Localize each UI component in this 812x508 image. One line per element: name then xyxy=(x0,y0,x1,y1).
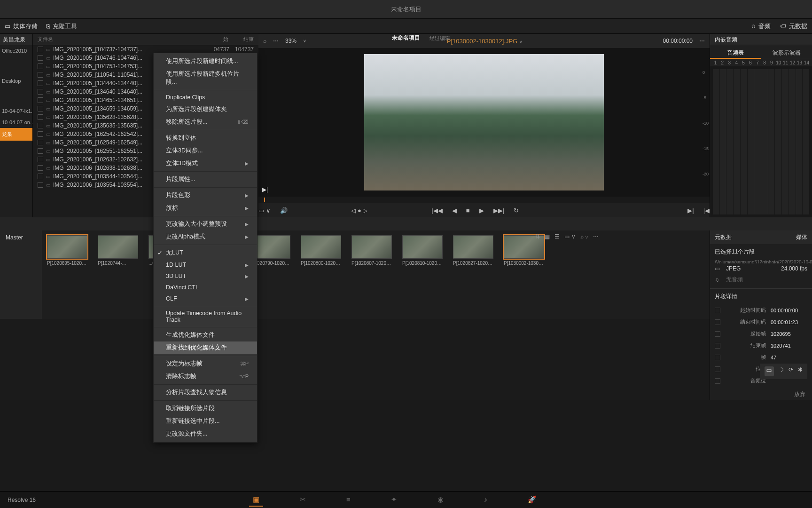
cut-page-tab[interactable]: ✂ xyxy=(296,493,310,507)
frame-mode-icon[interactable]: ▭ ∨ xyxy=(258,207,271,214)
col-filename[interactable]: 文件名 xyxy=(38,36,207,43)
fusion-page-tab[interactable]: ✦ xyxy=(387,493,401,507)
checkbox[interactable] xyxy=(38,89,43,95)
prev-clip-button[interactable]: |◀ xyxy=(703,207,710,214)
volume-icon[interactable]: 🔊 xyxy=(280,207,288,214)
clip-context-menu[interactable]: 使用所选片段新建时间线...使用所选片段新建多机位片段...Duplicate … xyxy=(153,53,258,443)
sidebar-folder[interactable]: 10-04-07-lx1... xyxy=(0,105,32,117)
checkbox[interactable] xyxy=(38,182,43,188)
next-clip-button[interactable]: ▶| xyxy=(687,207,694,214)
checkbox[interactable] xyxy=(38,140,43,145)
playhead[interactable] xyxy=(264,198,265,202)
zoom-out-icon[interactable]: ◁ ● ▷ xyxy=(351,207,367,214)
checkbox[interactable] xyxy=(38,157,43,162)
field-checkbox[interactable] xyxy=(715,355,720,360)
scrub-bar[interactable] xyxy=(258,197,710,203)
stop-button[interactable]: ■ xyxy=(466,207,470,214)
clip-thumbnail[interactable]: P[1020695-10207... xyxy=(47,235,87,266)
clip-thumbnail[interactable]: P[1020807-10208... xyxy=(351,235,392,266)
clip-thumbnail[interactable]: P[1020800-10208... xyxy=(301,235,341,266)
clip-thumbnail[interactable]: P[1020810-10208... xyxy=(402,235,443,266)
fairlight-page-tab[interactable]: ♪ xyxy=(480,493,492,507)
context-menu-item[interactable]: Duplicate Clips xyxy=(154,92,257,103)
field-checkbox[interactable] xyxy=(715,378,720,384)
checkbox[interactable] xyxy=(38,131,43,137)
master-bin-label[interactable]: Master xyxy=(0,230,42,319)
media-page-tab[interactable]: ▣ xyxy=(249,493,263,507)
context-menu-item[interactable]: 立体3D同步... xyxy=(154,144,257,157)
field-value[interactable]: 1020741 xyxy=(771,343,807,349)
context-menu-item[interactable]: 设定为标志帧⌘P xyxy=(154,357,257,370)
field-checkbox[interactable] xyxy=(715,319,720,325)
clone-tool-tab[interactable]: ⎘ 克隆工具 xyxy=(46,22,77,31)
context-menu-item[interactable]: 分析片段查找人物信息 xyxy=(154,386,257,399)
sidebar-folder[interactable]: Office2010 xyxy=(0,45,32,56)
color-page-tab[interactable]: ◉ xyxy=(434,493,447,507)
sidebar-folder[interactable]: Desktop xyxy=(0,75,32,87)
sync-icon[interactable]: ⟳ xyxy=(789,366,793,376)
search-icon[interactable]: ⌕ xyxy=(263,38,266,44)
sort-icon[interactable]: ⇅ xyxy=(535,233,540,240)
context-menu-item[interactable]: 片段属性... xyxy=(154,173,257,186)
checkbox[interactable] xyxy=(38,64,43,69)
field-checkbox[interactable] xyxy=(715,343,720,349)
moon-icon[interactable]: ☽ xyxy=(779,366,784,376)
checkbox[interactable] xyxy=(38,97,43,103)
context-menu-item[interactable]: 为所选片段创建媒体夹 xyxy=(154,103,257,116)
checkbox[interactable] xyxy=(38,123,43,128)
checkbox[interactable] xyxy=(38,114,43,120)
context-menu-item[interactable]: 生成优化媒体文件 xyxy=(154,329,257,341)
tab-audio-meter[interactable]: 音频表 xyxy=(710,45,761,59)
deliver-page-tab[interactable]: 🚀 xyxy=(524,493,540,507)
chevron-down-icon[interactable]: ∨ xyxy=(303,39,306,43)
play-button[interactable]: ▶ xyxy=(479,207,484,214)
context-menu-item[interactable]: ✓无LUT xyxy=(154,246,257,259)
context-menu-item[interactable]: 更改源文件夹... xyxy=(154,428,257,440)
viewer-options-icon[interactable]: ⋯ xyxy=(699,38,705,44)
media-storage-tab[interactable]: ▭ 媒体存储 xyxy=(5,22,38,31)
checkbox[interactable] xyxy=(38,72,43,78)
context-menu-item[interactable]: 取消链接所选片段 xyxy=(154,402,257,415)
options-icon[interactable]: ⋯ xyxy=(273,38,279,44)
context-menu-item[interactable]: 重新找到优化媒体文件 xyxy=(154,341,257,354)
edit-page-tab[interactable]: ≡ xyxy=(343,493,354,507)
context-menu-item[interactable]: 更改Alpha模式▶ xyxy=(154,230,257,243)
list-view-icon[interactable]: ☰ xyxy=(554,233,560,240)
context-menu-item[interactable]: 移除所选片段...⇧⌫ xyxy=(154,116,257,128)
field-checkbox[interactable] xyxy=(715,308,720,313)
context-menu-item[interactable]: 1D LUT▶ xyxy=(154,259,257,270)
field-value[interactable]: 00:00:01:23 xyxy=(771,319,807,325)
checkbox[interactable] xyxy=(38,148,43,154)
checkbox[interactable] xyxy=(38,47,43,52)
metadata-tab[interactable]: 🏷 元数据 xyxy=(780,22,807,31)
checkbox[interactable] xyxy=(38,80,43,86)
context-menu-item[interactable]: 重新链接选中片段... xyxy=(154,415,257,428)
col-start[interactable]: 始 xyxy=(207,36,228,43)
context-menu-item[interactable]: DaVinci CTL xyxy=(154,282,257,293)
audio-tab[interactable]: ♫ 音频 xyxy=(751,22,771,31)
context-menu-item[interactable]: 转换到立体 xyxy=(154,132,257,144)
frame-icon[interactable]: ▭ ∨ xyxy=(564,233,575,240)
discard-button[interactable]: 放弃 xyxy=(710,387,812,402)
tab-wave-scope[interactable]: 波形示波器 xyxy=(761,45,812,59)
goto-end-button[interactable]: ▶▶| xyxy=(493,207,504,214)
more-icon[interactable]: ⋯ xyxy=(593,233,599,240)
context-menu-item[interactable]: 立体3D模式▶ xyxy=(154,157,257,170)
loop-button[interactable]: ↻ xyxy=(514,207,519,214)
field-checkbox[interactable] xyxy=(715,331,720,337)
zoom-level[interactable]: 33% xyxy=(285,38,297,44)
context-menu-item[interactable]: 使用所选片段新建时间线... xyxy=(154,55,257,68)
checkbox[interactable] xyxy=(38,55,43,61)
sidebar-folder[interactable]: 10-04-07-on... xyxy=(0,117,32,128)
context-menu-item[interactable]: Update Timecode from Audio Track xyxy=(154,308,257,325)
checkbox[interactable] xyxy=(38,174,43,179)
lang-icon[interactable]: 中 xyxy=(765,366,774,376)
field-checkbox[interactable] xyxy=(715,366,720,372)
viewer-timecode[interactable]: 00:00:00:00 xyxy=(663,38,693,44)
col-end[interactable]: 结束 xyxy=(232,36,254,43)
context-menu-item[interactable]: CLF▶ xyxy=(154,293,257,304)
context-menu-item[interactable]: 旗标▶ xyxy=(154,202,257,214)
chevron-down-icon[interactable]: ∨ xyxy=(519,40,523,44)
search-icon[interactable]: ⌕ ∨ xyxy=(580,233,588,240)
clip-thumbnail[interactable]: P[1020744-... xyxy=(98,235,138,266)
